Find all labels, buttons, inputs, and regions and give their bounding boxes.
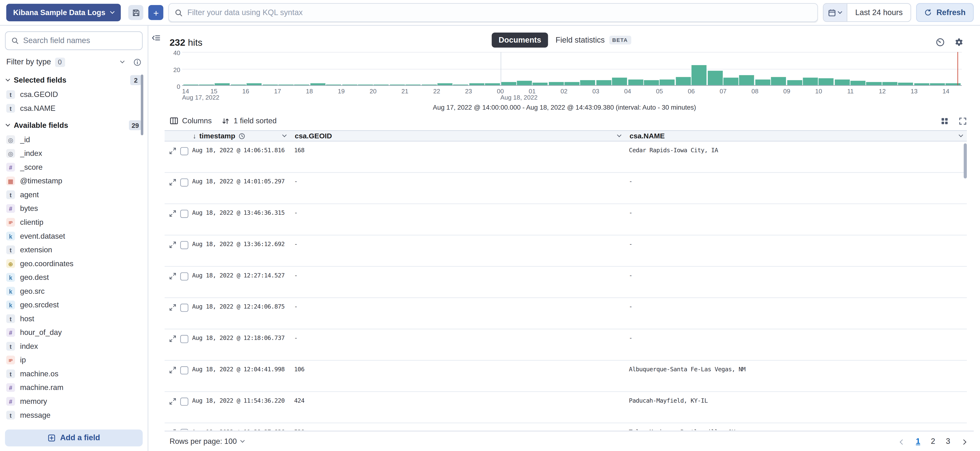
next-page-button[interactable] — [958, 437, 970, 446]
fullscreen-icon[interactable] — [959, 117, 967, 125]
field-item-bytes[interactable]: #bytes — [0, 202, 148, 215]
histogram-bar[interactable] — [771, 76, 786, 85]
field-item-geo.coordinates[interactable]: ⊕geo.coordinates — [0, 257, 148, 271]
histogram-bar[interactable] — [930, 84, 945, 85]
field-item-memory[interactable]: #memory — [0, 395, 148, 408]
histogram-bar[interactable] — [835, 79, 850, 85]
histogram-bar[interactable] — [787, 80, 802, 85]
row-checkbox[interactable] — [180, 210, 188, 218]
histogram-bar[interactable] — [739, 75, 754, 85]
add-field-button[interactable]: Add a field — [5, 429, 143, 446]
sort-fields-button[interactable]: 1 field sorted — [222, 116, 277, 125]
histogram-bar[interactable] — [533, 83, 548, 85]
time-range-button[interactable]: Last 24 hours — [847, 4, 911, 21]
chevron-down-icon[interactable] — [617, 132, 621, 137]
field-item-_index[interactable]: ◎_index — [0, 147, 148, 160]
filter-by-type-control[interactable]: Filter by type 0 — [6, 56, 142, 67]
inspect-gauge-icon[interactable] — [935, 38, 945, 47]
histogram-bar[interactable] — [755, 79, 770, 85]
histogram-bar[interactable] — [374, 84, 389, 85]
field-item-message[interactable]: tmessage — [0, 408, 148, 422]
pagination-page-1[interactable]: 1 — [911, 434, 925, 448]
display-density-icon[interactable] — [940, 117, 949, 125]
histogram-bar[interactable] — [660, 79, 675, 85]
histogram-bar[interactable] — [469, 84, 484, 85]
expand-document-icon[interactable] — [169, 429, 177, 430]
refresh-button[interactable]: Refresh — [916, 3, 974, 22]
histogram-bar[interactable] — [723, 78, 738, 85]
field-item-index[interactable]: tindex — [0, 339, 148, 353]
histogram-bar[interactable] — [294, 84, 309, 85]
row-checkbox[interactable] — [180, 335, 188, 343]
expand-document-icon[interactable] — [169, 366, 177, 374]
previous-page-button[interactable] — [896, 437, 908, 446]
kql-input[interactable] — [187, 8, 811, 17]
field-item-@timestamp[interactable]: ▦@timestamp — [0, 174, 148, 188]
field-item-geo.src[interactable]: kgeo.src — [0, 284, 148, 298]
chevron-down-icon[interactable] — [282, 132, 286, 137]
histogram-bar[interactable] — [278, 84, 294, 85]
calendar-menu-button[interactable] — [823, 4, 847, 21]
field-item-_score[interactable]: #_score — [0, 160, 148, 174]
sidebar-scrollbar[interactable] — [141, 75, 143, 135]
expand-document-icon[interactable] — [169, 210, 177, 217]
histogram-bar[interactable] — [692, 65, 707, 85]
pagination-page-2[interactable]: 2 — [926, 434, 940, 448]
histogram-bar[interactable] — [390, 84, 405, 85]
histogram-bar[interactable] — [565, 82, 579, 85]
data-view-picker[interactable]: Kibana Sample Data Logs — [6, 4, 121, 21]
expand-document-icon[interactable] — [169, 304, 177, 311]
histogram-bar[interactable] — [358, 84, 373, 85]
histogram-bar[interactable] — [310, 84, 325, 85]
expand-document-icon[interactable] — [169, 241, 177, 249]
row-checkbox[interactable] — [180, 366, 188, 375]
field-search-input[interactable] — [23, 37, 136, 45]
histogram-bar[interactable] — [263, 84, 278, 85]
field-item-machine.os[interactable]: tmachine.os — [0, 367, 148, 381]
expand-document-icon[interactable] — [169, 147, 177, 155]
histogram-bar[interactable] — [581, 80, 595, 85]
row-checkbox[interactable] — [180, 304, 188, 312]
histogram-bar[interactable] — [819, 78, 834, 85]
columns-button[interactable]: Columns — [170, 116, 212, 125]
histogram-bar[interactable] — [215, 84, 230, 85]
add-filter-button[interactable]: + — [149, 5, 164, 20]
expand-document-icon[interactable] — [169, 178, 177, 186]
histogram-bar[interactable] — [914, 84, 929, 85]
field-item-geo.srcdest[interactable]: kgeo.srcdest — [0, 298, 148, 312]
histogram-bar[interactable] — [612, 78, 627, 85]
field-item-hour_of_day[interactable]: #hour_of_day — [0, 325, 148, 339]
field-item-event.dataset[interactable]: kevent.dataset — [0, 229, 148, 243]
save-query-button[interactable] — [129, 5, 143, 20]
kql-search-bar[interactable] — [169, 3, 818, 22]
tab-documents[interactable]: Documents — [492, 33, 548, 48]
field-item-clientip[interactable]: IPclientip — [0, 215, 148, 229]
expand-document-icon[interactable] — [169, 273, 177, 280]
histogram-bar[interactable] — [549, 82, 564, 85]
row-checkbox[interactable] — [180, 429, 188, 430]
header-csa-geoid[interactable]: csa.GEOID — [290, 131, 625, 141]
histogram-bar[interactable] — [708, 71, 722, 85]
row-checkbox[interactable] — [180, 398, 188, 406]
field-item-csa.GEOID[interactable]: tcsa.GEOID — [0, 88, 148, 102]
histogram-bar[interactable] — [803, 78, 818, 85]
histogram-bar[interactable] — [851, 81, 865, 85]
row-checkbox[interactable] — [180, 273, 188, 280]
row-checkbox[interactable] — [180, 147, 188, 155]
header-csa-name[interactable]: csa.NAME — [625, 131, 967, 141]
histogram-bar[interactable] — [422, 84, 437, 85]
histogram-bar[interactable] — [183, 84, 198, 85]
histogram-bar[interactable] — [628, 79, 643, 85]
histogram-bar[interactable] — [342, 84, 357, 85]
selected-fields-header[interactable]: Selected fields 2 — [0, 70, 148, 88]
histogram-bar[interactable] — [199, 84, 214, 85]
header-timestamp[interactable]: ↓ timestamp — [188, 131, 290, 141]
tab-field-statistics[interactable]: Field statistics BETA — [549, 33, 637, 48]
histogram-bar[interactable] — [882, 82, 897, 85]
expand-document-icon[interactable] — [169, 398, 177, 405]
histogram-bar[interactable] — [676, 76, 691, 85]
histogram-bar[interactable] — [453, 84, 468, 85]
field-item-machine.ram[interactable]: #machine.ram — [0, 381, 148, 395]
field-item-ip[interactable]: IPip — [0, 353, 148, 367]
histogram-bar[interactable] — [501, 82, 516, 85]
